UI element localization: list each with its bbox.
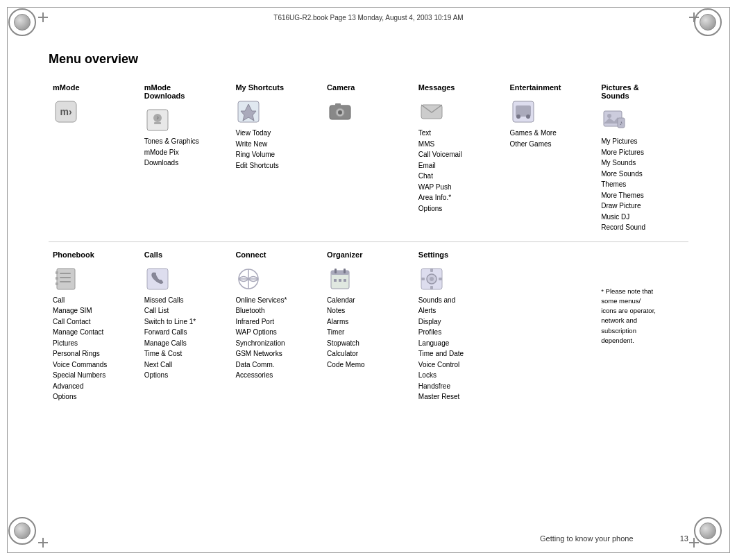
svg-rect-38 [339, 279, 341, 282]
col-header-pictures-sounds: Pictures &Sounds [601, 83, 684, 103]
svg-text:♪: ♪ [620, 119, 623, 126]
svg-rect-46 [439, 278, 442, 280]
calls-icon [144, 266, 171, 292]
mmode-icon: m› [53, 99, 79, 125]
svg-point-15 [516, 114, 520, 119]
col-header-mmode: mMode [53, 83, 136, 94]
col-header-connect: Connect [235, 251, 319, 262]
col-pictures-sounds: Pictures &Sounds ♪ My PicturesMore Pictu… [597, 80, 688, 236]
col-header-messages: Messages [418, 83, 502, 94]
camera-icon [327, 99, 353, 125]
svg-point-42 [430, 277, 434, 281]
svg-rect-35 [334, 269, 337, 273]
col-empty [506, 248, 598, 405]
top-bar: T616UG-R2.book Page 13 Monday, August 4,… [49, 10, 688, 24]
col-header-camera: Camera [327, 83, 410, 94]
content-area: Menu overview mMode m› mModeDownloads [49, 52, 688, 518]
calls-items: Missed CallsCall ListSwitch to Line 1*Fo… [144, 295, 228, 381]
svg-rect-24 [56, 277, 58, 280]
svg-rect-39 [344, 279, 346, 282]
pictures-sounds-icon: ♪ [601, 107, 627, 133]
messages-items: TextMMSCall VoicemailEmailChatWAP PushAr… [418, 128, 502, 214]
crosshair-top-left [38, 12, 48, 22]
downloads-icon: ♪ [144, 107, 171, 133]
col-header-mmode-downloads: mModeDownloads [144, 83, 228, 103]
entertainment-icon [510, 99, 536, 125]
col-mmode: mMode m› [49, 80, 140, 236]
col-phonebook: Phonebook CallManage SIMCall ContactMana… [49, 248, 140, 405]
col-header-entertainment: Entertainment [510, 83, 593, 94]
connect-icon [235, 266, 262, 292]
downloads-items: Tones & GraphicsmMode PixDownloads [144, 136, 228, 169]
svg-point-10 [338, 110, 342, 114]
col-mmode-downloads: mModeDownloads ♪ Tones & GraphicsmMode P… [140, 80, 232, 236]
col-camera: Camera [323, 80, 414, 236]
menu-table-section1: mMode m› mModeDownloads ♪ [49, 80, 688, 236]
svg-rect-34 [331, 271, 349, 275]
entertainment-items: Games & MoreOther Games [510, 128, 593, 149]
messages-icon [418, 99, 445, 125]
connect-items: Online Services*BluetoothInfrared PortWA… [235, 295, 319, 381]
page-footer: Getting to know your phone 13 [49, 534, 688, 543]
svg-rect-11 [335, 103, 341, 107]
svg-rect-44 [430, 286, 433, 289]
crosshair-bottom-right [689, 538, 699, 548]
organizer-icon [327, 266, 353, 292]
col-header-settings: Settings [418, 251, 502, 262]
svg-text:m›: m› [60, 106, 71, 117]
svg-text:♪: ♪ [156, 114, 159, 121]
svg-rect-23 [56, 271, 58, 274]
col-messages: Messages TextMMSCall VoicemailEmailChatW… [414, 80, 506, 236]
col-header-calls: Calls [144, 251, 228, 262]
col-shortcuts: My Shortcuts View TodayWrite NewRing Vol… [231, 80, 323, 236]
col-entertainment: Entertainment Games & MoreOther Games [506, 80, 598, 236]
svg-rect-37 [334, 279, 337, 282]
col-header-shortcuts: My Shortcuts [235, 83, 319, 94]
svg-point-16 [526, 114, 530, 119]
col-note: * Please note thatsome menus/icons are o… [597, 248, 688, 405]
settings-items: Sounds andAlertsDisplayProfilesLanguageT… [418, 295, 502, 402]
section-divider [49, 241, 688, 242]
asterisk-note: * Please note thatsome menus/icons are o… [601, 287, 684, 346]
shortcuts-items: View TodayWrite NewRing VolumeEdit Short… [235, 128, 319, 171]
svg-rect-28 [60, 281, 71, 282]
crosshair-bottom-left [38, 538, 48, 548]
menu-table-section2: Phonebook CallManage SIMCall ContactMana… [49, 248, 688, 405]
page-header-text: T616UG-R2.book Page 13 Monday, August 4,… [273, 14, 463, 22]
col-calls: Calls Missed CallsCall ListSwitch to Lin… [140, 248, 232, 405]
svg-rect-45 [421, 278, 425, 280]
settings-icon [418, 266, 445, 292]
svg-point-18 [607, 114, 611, 118]
svg-rect-36 [344, 269, 346, 273]
svg-rect-25 [56, 282, 58, 285]
phonebook-items: CallManage SIMCall ContactManage Contact… [53, 295, 136, 402]
col-settings: Settings Sounds andAlertsDisplayProfiles… [414, 248, 506, 405]
svg-rect-4 [154, 122, 161, 124]
phonebook-icon [53, 266, 79, 292]
crosshair-top-right [689, 12, 699, 22]
shortcuts-icon [235, 99, 262, 125]
svg-rect-22 [57, 269, 75, 289]
col-organizer: Organizer CalendarNotesAlarmsTimerStopwa… [323, 248, 414, 405]
organizer-items: CalendarNotesAlarmsTimerStopwatchCalcula… [327, 295, 410, 371]
footer-left-text: Getting to know your phone 13 [540, 534, 688, 543]
col-header-organizer: Organizer [327, 251, 410, 262]
col-connect: Connect Online Services*BluetoothInfrare… [231, 248, 323, 405]
svg-rect-43 [430, 269, 433, 272]
col-header-phonebook: Phonebook [53, 251, 136, 262]
svg-rect-27 [60, 277, 71, 278]
menu-overview-title: Menu overview [49, 52, 688, 67]
pictures-sounds-items: My PicturesMore PicturesMy SoundsMore So… [601, 136, 684, 233]
svg-rect-26 [60, 273, 71, 274]
